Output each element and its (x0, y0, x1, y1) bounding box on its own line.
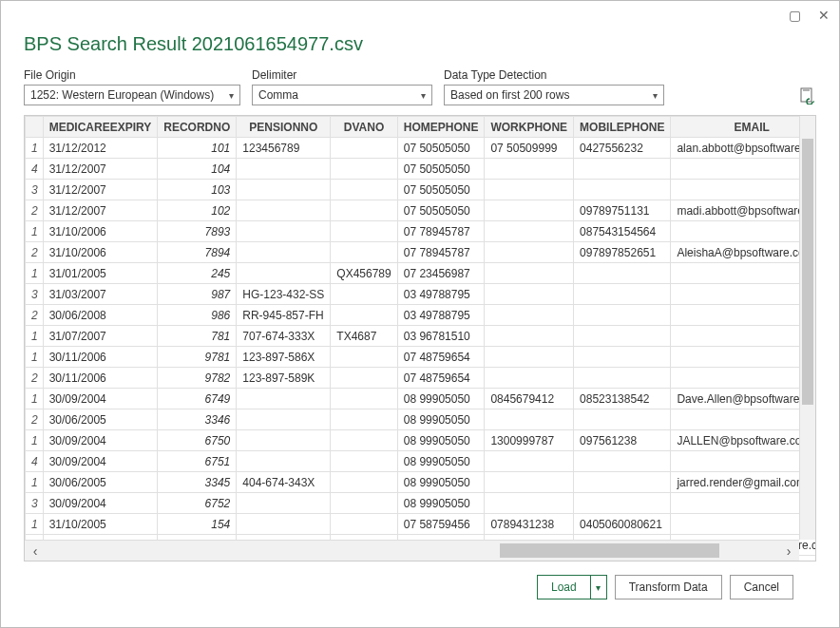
cell-recordno: 6749 (158, 389, 237, 409)
cell-mobilephone (574, 472, 671, 493)
horizontal-scroll-thumb[interactable] (500, 543, 719, 558)
cell-dvano (331, 180, 397, 200)
table-row[interactable]: 430/09/2004675108 99905050 (26, 451, 817, 472)
cell-mobilephone (574, 347, 671, 368)
cell-pensionno (237, 514, 331, 535)
col-mobilephone[interactable]: MOBILEPHONE (574, 117, 671, 138)
table-row[interactable]: 331/12/200710307 50505050 (26, 180, 817, 200)
cell-mobilephone (574, 305, 671, 326)
cell-mobilephone (574, 326, 671, 347)
row-index: 2 (26, 409, 44, 430)
table-row[interactable]: 130/06/20053345404-674-343X08 99905050ja… (26, 472, 817, 493)
cell-workphone (485, 368, 574, 389)
transform-data-button[interactable]: Transform Data (615, 575, 722, 599)
table-row[interactable]: 130/09/2004674908 9990505008456794120852… (26, 389, 817, 409)
table-row[interactable]: 131/10/200515407 58759456078943123804050… (26, 514, 817, 535)
table-row[interactable]: 231/10/2006789407 78945787097897852651Al… (26, 242, 817, 263)
cell-medicareexpiry: 31/07/2007 (43, 326, 158, 347)
cell-dvano (331, 159, 397, 180)
cell-recordno: 9781 (158, 347, 237, 368)
row-index: 1 (26, 389, 44, 409)
cell-recordno: 104 (158, 159, 237, 180)
cell-email: jarred.render@gmail.com (671, 472, 816, 493)
scroll-right-icon[interactable]: › (778, 543, 799, 559)
table-row[interactable]: 431/12/200710407 50505050 (26, 159, 817, 180)
delimiter-label: Delimiter (252, 68, 432, 82)
cell-dvano (331, 138, 397, 159)
page-title: BPS Search Result 2021061654977.csv (24, 33, 816, 55)
cell-dvano (331, 389, 397, 409)
maximize-icon[interactable]: ▢ (789, 8, 801, 23)
cell-workphone (485, 284, 574, 305)
table-row[interactable]: 330/09/2004675208 99905050 (26, 493, 817, 514)
table-row[interactable]: 131/01/2005245QX45678907 23456987 (26, 263, 817, 284)
cell-workphone (485, 159, 574, 180)
vertical-scroll-thumb[interactable] (802, 139, 813, 405)
cell-workphone (485, 221, 574, 242)
table-row[interactable]: 230/11/20069782123-897-589K07 48759654 (26, 368, 817, 389)
table-row[interactable]: 230/06/2008986RR-945-857-FH03 49788795 (26, 305, 817, 326)
cell-workphone: 07 50509999 (485, 138, 574, 159)
vertical-scrollbar[interactable] (799, 116, 815, 540)
close-icon[interactable]: ✕ (818, 8, 830, 23)
col-medicareexpiry[interactable]: MEDICAREEXPIRY (43, 117, 158, 138)
table-row[interactable]: 130/11/20069781123-897-586X07 48759654 (26, 347, 817, 368)
table-row[interactable]: 131/10/2006789307 78945787087543154564 (26, 221, 817, 242)
file-origin-label: File Origin (24, 68, 240, 82)
cell-pensionno (237, 451, 331, 472)
row-index: 2 (26, 242, 44, 263)
cell-mobilephone: 097897852651 (574, 242, 671, 263)
cell-medicareexpiry: 30/06/2005 (43, 472, 158, 493)
table-row[interactable]: 231/12/200710207 5050505009789751131madi… (26, 200, 817, 221)
cell-recordno: 102 (158, 200, 237, 221)
cell-recordno: 9782 (158, 368, 237, 389)
table-row[interactable]: 130/09/2004675008 9990505013009997870975… (26, 430, 817, 451)
col-recordno[interactable]: RECORDNO (158, 117, 237, 138)
row-index: 1 (26, 263, 44, 284)
cell-email (671, 221, 816, 242)
table-row[interactable]: 331/03/2007987HG-123-432-SS03 49788795 (26, 284, 817, 305)
horizontal-scrollbar[interactable]: ‹ › (25, 540, 799, 561)
cell-pensionno (237, 493, 331, 514)
detection-select[interactable]: Based on first 200 rows ▾ (444, 85, 664, 105)
cell-mobilephone (574, 159, 671, 180)
table-row[interactable]: 230/06/2005334608 99905050 (26, 409, 817, 430)
table-row[interactable]: 131/07/2007781707-674-333XTX468703 96781… (26, 326, 817, 347)
cell-homephone: 08 99905050 (397, 389, 485, 409)
cell-recordno: 103 (158, 180, 237, 200)
col-pensionno[interactable]: PENSIONNO (237, 117, 331, 138)
cell-medicareexpiry: 31/10/2006 (43, 221, 158, 242)
col-dvano[interactable]: DVANO (331, 117, 397, 138)
cell-homephone: 08 99905050 (397, 409, 485, 430)
scroll-left-icon[interactable]: ‹ (25, 543, 46, 559)
load-button[interactable]: Load (537, 575, 590, 599)
col-workphone[interactable]: WORKPHONE (485, 117, 574, 138)
cell-email (671, 180, 816, 200)
cell-recordno: 781 (158, 326, 237, 347)
load-dropdown[interactable]: ▾ (590, 575, 607, 599)
cell-medicareexpiry: 31/01/2005 (43, 263, 158, 284)
cell-dvano (331, 514, 397, 535)
row-index: 2 (26, 305, 44, 326)
cell-pensionno: HG-123-432-SS (237, 284, 331, 305)
cell-dvano: TX4687 (331, 326, 397, 347)
cell-pensionno: RR-945-857-FH (237, 305, 331, 326)
cell-email: madi.abbott@bpsoftware.cc (671, 200, 816, 221)
col-email[interactable]: EMAIL (671, 117, 816, 138)
chevron-down-icon: ▾ (229, 90, 234, 101)
refresh-icon[interactable] (799, 86, 816, 105)
delimiter-value: Comma (258, 88, 298, 102)
cancel-button[interactable]: Cancel (730, 575, 793, 599)
table-row[interactable]: 131/12/201210112345678907 5050505007 505… (26, 138, 817, 159)
row-index: 2 (26, 200, 44, 221)
cell-medicareexpiry: 30/09/2004 (43, 493, 158, 514)
cell-email (671, 493, 816, 514)
file-origin-select[interactable]: 1252: Western European (Windows) ▾ (24, 85, 240, 105)
cell-medicareexpiry: 30/09/2004 (43, 430, 158, 451)
row-index: 1 (26, 514, 44, 535)
delimiter-select[interactable]: Comma ▾ (252, 85, 432, 105)
cell-email (671, 451, 816, 472)
cell-email: JALLEN@bpsoftware.com.au (671, 430, 816, 451)
col-homephone[interactable]: HOMEPHONE (397, 117, 485, 138)
cell-dvano (331, 200, 397, 221)
